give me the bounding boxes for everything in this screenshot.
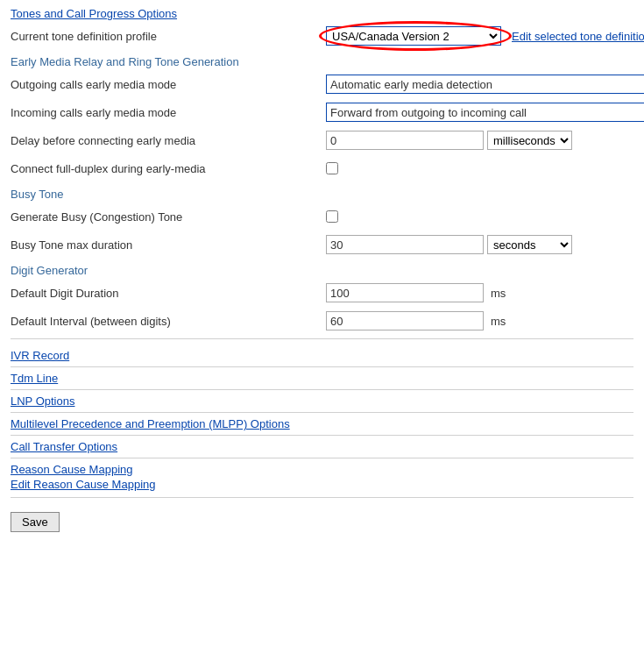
generate-busy-checkbox[interactable] [326, 210, 338, 223]
reason-cause-section: Reason Cause Mapping Edit Reason Cause M… [11, 458, 633, 498]
edit-reason-cause-link[interactable]: Edit Reason Cause Mapping [11, 478, 633, 491]
digit-duration-input[interactable] [326, 283, 484, 302]
digit-duration-label: Default Digit Duration [11, 287, 326, 300]
connect-label: Connect full-duplex during early-media [11, 162, 326, 175]
mlpp-options-link[interactable]: Multilevel Precedence and Preemption (ML… [11, 417, 290, 430]
outgoing-input[interactable] [326, 75, 644, 94]
tone-profile-select[interactable]: USA/Canada Version 2 USA/Canada Version … [326, 26, 501, 46]
connect-checkbox[interactable] [326, 162, 338, 174]
incoming-input[interactable] [326, 103, 644, 122]
digit-interval-input[interactable] [326, 311, 484, 330]
digit-duration-unit: ms [491, 287, 506, 300]
tones-call-progress-link[interactable]: Tones and Call Progress Options [11, 7, 177, 20]
early-media-heading: Early Media Relay and Ring Tone Generati… [11, 55, 633, 68]
busy-max-input[interactable] [326, 235, 484, 254]
delay-input[interactable] [326, 131, 484, 150]
tdm-line-row: Tdm Line [11, 367, 633, 390]
delay-label: Delay before connecting early media [11, 134, 326, 147]
busy-tone-heading: Busy Tone [11, 188, 633, 201]
tdm-line-link[interactable]: Tdm Line [11, 372, 58, 385]
generate-busy-label: Generate Busy (Congestion) Tone [11, 210, 326, 224]
divider-1 [11, 338, 633, 339]
busy-unit-select[interactable]: seconds milliseconds [487, 235, 572, 254]
digit-interval-label: Default Interval (between digits) [11, 315, 326, 328]
reason-cause-link[interactable]: Reason Cause Mapping [11, 463, 633, 476]
edit-tone-link[interactable]: Edit selected tone definition p... [512, 30, 644, 43]
current-tone-label: Current tone definition profile [11, 30, 326, 43]
tone-profile-wrapper: USA/Canada Version 2 USA/Canada Version … [326, 26, 501, 46]
call-transfer-row: Call Transfer Options [11, 436, 633, 458]
incoming-label: Incoming calls early media mode [11, 106, 326, 119]
save-button[interactable]: Save [11, 512, 60, 532]
call-transfer-link[interactable]: Call Transfer Options [11, 440, 117, 453]
ivr-record-row: IVR Record [11, 345, 633, 367]
lnp-options-link[interactable]: LNP Options [11, 394, 74, 408]
busy-max-label: Busy Tone max duration [11, 238, 326, 252]
delay-unit-select[interactable]: milliseconds seconds [487, 131, 572, 150]
outgoing-label: Outgoing calls early media mode [11, 78, 326, 91]
lnp-options-row: LNP Options [11, 390, 633, 413]
mlpp-options-row: Multilevel Precedence and Preemption (ML… [11, 413, 633, 436]
digit-interval-unit: ms [491, 315, 506, 328]
ivr-record-link[interactable]: IVR Record [11, 349, 69, 362]
digit-generator-heading: Digit Generator [11, 264, 633, 277]
